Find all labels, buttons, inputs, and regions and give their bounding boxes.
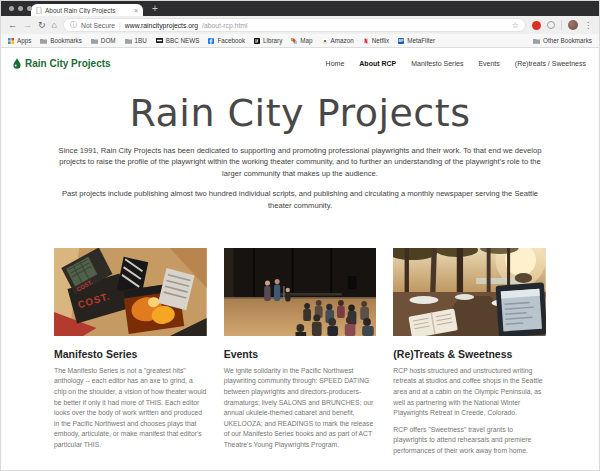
- column-paragraph: We ignite solidarity in the Pacific Nort…: [224, 366, 377, 450]
- web-page: Rain City Projects Home About RCP Manife…: [1, 48, 599, 470]
- manifesto-books-photo: COST. COST.: [54, 248, 207, 336]
- site-logo[interactable]: Rain City Projects: [13, 58, 111, 69]
- raindrop-logo-icon: [13, 58, 21, 69]
- column-paragraph: RCP hosts structured and unstructured wr…: [393, 366, 546, 419]
- column-heading: Events: [224, 348, 377, 360]
- toolbar-divider: [561, 20, 562, 30]
- column-events: Events We ignite solidarity in the Pacif…: [224, 248, 377, 462]
- bookmark-label: Library: [263, 37, 282, 44]
- folder-icon: [533, 38, 540, 44]
- bbc-news-icon: [156, 38, 163, 43]
- intro-paragraph: Past projects include publishing almost …: [57, 188, 543, 211]
- nav-retreats-sweetness[interactable]: (Re)treats / Sweetness: [515, 60, 586, 67]
- url-path: /about-rcp.html: [202, 22, 247, 29]
- bookmark-1bu-folder[interactable]: 1BU: [125, 37, 147, 44]
- bookmark-label: Facebook: [217, 37, 245, 44]
- column-paragraph: The Manifesto Series is not a "greatest …: [54, 366, 207, 450]
- bookmark-dom-folder[interactable]: DOM: [91, 37, 116, 44]
- column-manifesto-series: COST. COST.: [54, 248, 207, 462]
- bookmark-bbc-news[interactable]: BBC NEWS: [156, 37, 200, 44]
- intro-paragraph: Since 1991, Rain City Projects has been …: [57, 145, 543, 179]
- bookmark-apps[interactable]: Apps: [8, 37, 31, 44]
- window-controls[interactable]: [9, 6, 32, 11]
- bookmark-label: BBC NEWS: [166, 37, 200, 44]
- map-pin-icon: [291, 38, 297, 44]
- browser-menu-icon[interactable]: ⋮: [584, 21, 592, 30]
- bookmark-netflix[interactable]: Netflix: [363, 37, 390, 44]
- feature-columns: COST. COST.: [54, 248, 546, 462]
- bookmarks-bar: Apps Bookmarks DOM 1BU BBC NEWS Facebook…: [1, 34, 599, 48]
- back-icon[interactable]: ←: [8, 21, 17, 30]
- bookmark-facebook[interactable]: Facebook: [208, 37, 245, 44]
- extension-red-icon[interactable]: [532, 21, 541, 30]
- column-paragraph: RCP offers "Sweetness" travel grants to …: [393, 425, 546, 457]
- reload-icon[interactable]: ↻: [38, 21, 46, 30]
- other-bookmarks-label: Other Bookmarks: [543, 37, 592, 44]
- column-retreats-sweetness: (Re)Treats & Sweetness RCP hosts structu…: [393, 248, 546, 462]
- security-label: Not Secure: [81, 22, 115, 29]
- column-heading: (Re)Treats & Sweetness: [393, 348, 546, 360]
- folder-icon: [40, 38, 47, 44]
- bookmark-metafilter[interactable]: MF MetaFilter: [398, 37, 435, 44]
- bookmark-library[interactable]: Library: [254, 37, 282, 44]
- forward-icon[interactable]: →: [23, 21, 32, 30]
- tab-title: About Rain City Projects: [45, 7, 131, 14]
- writing-retreat-forest-photo: [393, 248, 546, 336]
- bookmark-label: Netflix: [372, 37, 390, 44]
- amazon-icon: a: [322, 38, 328, 44]
- svg-text:MF: MF: [399, 39, 404, 43]
- brand-name: Rain City Projects: [25, 58, 111, 69]
- bookmark-label: Apps: [17, 37, 31, 44]
- nav-events[interactable]: Events: [478, 60, 499, 67]
- extension-gray-icon[interactable]: [547, 21, 555, 29]
- nav-about-rcp[interactable]: About RCP: [359, 60, 396, 67]
- bookmark-label: Bookmarks: [50, 37, 82, 44]
- library-icon: [254, 38, 260, 44]
- folder-icon: [125, 38, 132, 44]
- browser-window: About Rain City Projects × + ← → ↻ ⌂ ⓘ N…: [0, 0, 600, 471]
- home-icon[interactable]: ⌂: [52, 21, 57, 30]
- facebook-icon: [208, 38, 214, 44]
- column-heading: Manifesto Series: [54, 348, 207, 360]
- profile-avatar[interactable]: [568, 20, 578, 30]
- bookmark-label: Amazon: [331, 37, 354, 44]
- bookmark-bookmarks-folder[interactable]: Bookmarks: [40, 37, 82, 44]
- page-favicon-icon: [36, 7, 42, 14]
- close-tab-icon[interactable]: ×: [134, 7, 138, 14]
- nav-manifesto-series[interactable]: Manifesto Series: [411, 60, 463, 67]
- nav-home[interactable]: Home: [326, 60, 345, 67]
- bookmark-label: 1BU: [135, 37, 147, 44]
- other-bookmarks-button[interactable]: Other Bookmarks: [533, 37, 592, 44]
- bookmark-amazon[interactable]: a Amazon: [322, 37, 354, 44]
- bookmark-star-icon[interactable]: ☆: [512, 21, 519, 30]
- bookmark-label: MetaFilter: [407, 37, 435, 44]
- new-tab-button[interactable]: +: [152, 2, 158, 15]
- intro-section: Since 1991, Rain City Projects has been …: [1, 145, 599, 211]
- minimize-window-button[interactable]: [18, 6, 23, 11]
- bookmark-map[interactable]: Map: [291, 37, 312, 44]
- tab-strip: About Rain City Projects × +: [1, 1, 599, 16]
- url-host: www.raincityprojects.org: [125, 22, 198, 29]
- site-nav: Home About RCP Manifesto Series Events (…: [326, 60, 586, 67]
- active-tab[interactable]: About Rain City Projects ×: [31, 4, 143, 16]
- apps-grid-icon: [8, 38, 14, 44]
- folder-icon: [91, 38, 98, 44]
- zoom-window-button[interactable]: [27, 6, 32, 11]
- theater-reading-photo: [224, 248, 377, 336]
- omnibox-separator: |: [119, 22, 121, 29]
- bookmark-label: DOM: [101, 37, 116, 44]
- close-window-button[interactable]: [9, 6, 14, 11]
- page-title: Rain City Projects: [1, 91, 599, 135]
- address-bar[interactable]: ⓘ Not Secure | www.raincityprojects.org/…: [63, 18, 526, 32]
- site-info-icon[interactable]: ⓘ: [70, 20, 77, 30]
- site-header: Rain City Projects Home About RCP Manife…: [1, 48, 599, 75]
- metafilter-icon: MF: [398, 38, 404, 44]
- browser-toolbar: ← → ↻ ⌂ ⓘ Not Secure | www.raincityproje…: [1, 16, 599, 34]
- bookmark-label: Map: [300, 37, 312, 44]
- netflix-icon: [363, 38, 369, 44]
